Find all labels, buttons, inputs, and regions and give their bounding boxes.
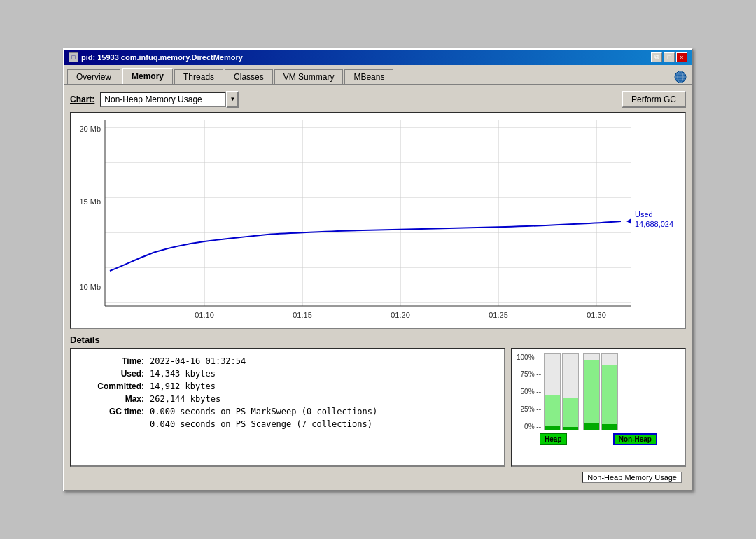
bar-chart-y-axis: 100% -- 75% -- 50% -- 25% -- 0% -- — [517, 354, 541, 430]
tab-bar-right — [673, 70, 687, 84]
svg-text:20 Mb: 20 Mb — [79, 125, 101, 133]
non-heap-bar-group — [583, 354, 618, 430]
bar-chart-box: 100% -- 75% -- 50% -- 25% -- 0% -- — [511, 348, 686, 467]
non-heap-bar-1-light — [584, 360, 599, 424]
svg-text:15 Mb: 15 Mb — [79, 197, 101, 206]
non-heap-bar-2-light — [602, 365, 617, 424]
bar-label-row: Heap Non-Heap — [517, 433, 680, 445]
heap-bar-1 — [544, 354, 561, 430]
chart-dropdown[interactable]: Non-Heap Memory Usage Heap Memory Usage — [100, 92, 226, 107]
heap-bar-1-dark — [545, 426, 560, 430]
svg-marker-26 — [626, 218, 631, 224]
detail-key-gctime: GC time: — [81, 407, 144, 416]
svg-text:10 Mb: 10 Mb — [79, 283, 101, 291]
non-heap-bar-1-dark — [584, 424, 599, 430]
detail-key-used: Used: — [81, 369, 144, 379]
bars-container — [544, 354, 618, 430]
content-area: Chart: Non-Heap Memory Usage Heap Memory… — [64, 85, 692, 490]
detail-val-gctime2: 0.040 seconds on PS Scavenge (7 collecti… — [150, 419, 372, 429]
detail-key-time: Time: — [81, 356, 144, 366]
tab-classes[interactable]: Classes — [225, 69, 273, 84]
status-bar: Non-Heap Memory Usage — [70, 470, 686, 484]
chart-label: Chart: — [70, 94, 94, 104]
heap-bar-1-light — [545, 396, 560, 426]
bar-chart-inner: 100% -- 75% -- 50% -- 25% -- 0% -- — [517, 354, 680, 430]
svg-text:01:25: 01:25 — [489, 311, 508, 319]
svg-text:01:20: 01:20 — [391, 311, 410, 319]
y-label-50: 50% -- — [521, 388, 541, 396]
tab-vm-summary[interactable]: VM Summary — [274, 69, 344, 84]
status-text: Non-Heap Memory Usage — [582, 472, 682, 483]
detail-row-committed: Committed: 14,912 kbytes — [81, 382, 494, 391]
detail-val-max: 262,144 kbytes — [150, 394, 220, 404]
restore-button[interactable]: ⧉ — [651, 52, 662, 62]
non-heap-label-button[interactable]: Non-Heap — [613, 433, 657, 445]
non-heap-bar-2 — [601, 354, 618, 430]
detail-val-gctime1: 0.000 seconds on PS MarkSweep (0 collect… — [150, 407, 377, 416]
svg-text:01:10: 01:10 — [195, 311, 214, 319]
details-content: Time: 2022-04-16 01:32:54 Used: 14,343 k… — [70, 348, 686, 467]
memory-chart-svg: 20 Mb 15 Mb 10 Mb — [71, 113, 685, 328]
title-buttons: ⧉ □ × — [651, 52, 687, 62]
non-heap-bar-2-dark — [602, 424, 617, 430]
dropdown-arrow[interactable]: ▼ — [226, 91, 239, 108]
heap-bar-2 — [562, 354, 579, 430]
chart-area: 20 Mb 15 Mb 10 Mb — [70, 112, 686, 329]
detail-row-used: Used: 14,343 kbytes — [81, 369, 494, 379]
detail-val-committed: 14,912 kbytes — [150, 382, 216, 391]
svg-text:Used: Used — [635, 210, 653, 218]
details-title: Details — [70, 335, 686, 345]
chart-selector-group: Chart: Non-Heap Memory Usage Heap Memory… — [70, 91, 239, 108]
details-section: Details Time: 2022-04-16 01:32:54 Used: … — [70, 335, 686, 467]
heap-bar-2-dark — [563, 427, 578, 430]
detail-row-gctime1: GC time: 0.000 seconds on PS MarkSweep (… — [81, 407, 494, 416]
earth-icon — [673, 70, 687, 84]
non-heap-bar-1 — [583, 354, 600, 430]
heap-bar-group — [544, 354, 579, 430]
title-bar-left: □ pid: 15933 com.infuq.memory.DirectMemo… — [69, 52, 243, 62]
svg-text:14,688,024: 14,688,024 — [635, 220, 673, 228]
y-label-100: 100% -- — [517, 354, 541, 361]
tab-mbeans[interactable]: MBeans — [344, 69, 393, 84]
y-label-0: 0% -- — [524, 423, 541, 430]
y-label-25: 25% -- — [521, 405, 541, 413]
svg-text:01:15: 01:15 — [293, 311, 312, 319]
main-window: □ pid: 15933 com.infuq.memory.DirectMemo… — [63, 48, 693, 491]
detail-val-used: 14,343 kbytes — [150, 369, 216, 379]
chart-controls: Chart: Non-Heap Memory Usage Heap Memory… — [70, 91, 686, 108]
detail-row-time: Time: 2022-04-16 01:32:54 — [81, 356, 494, 366]
tab-memory[interactable]: Memory — [122, 68, 173, 84]
detail-val-time: 2022-04-16 01:32:54 — [150, 356, 246, 366]
detail-key-committed: Committed: — [81, 382, 144, 391]
window-icon: □ — [69, 52, 78, 62]
details-text-box: Time: 2022-04-16 01:32:54 Used: 14,343 k… — [70, 348, 505, 467]
tab-threads[interactable]: Threads — [174, 69, 223, 84]
svg-text:01:30: 01:30 — [587, 311, 606, 319]
heap-label-button[interactable]: Heap — [540, 433, 566, 445]
window-title: pid: 15933 com.infuq.memory.DirectMemory — [81, 53, 243, 62]
tab-overview[interactable]: Overview — [67, 69, 120, 84]
detail-key-gctime2 — [81, 419, 144, 429]
close-button[interactable]: × — [676, 52, 687, 62]
y-label-75: 75% -- — [521, 370, 541, 378]
detail-row-gctime2: 0.040 seconds on PS Scavenge (7 collecti… — [81, 419, 494, 429]
tab-bar: Overview Memory Threads Classes VM Summa… — [64, 65, 692, 85]
title-bar: □ pid: 15933 com.infuq.memory.DirectMemo… — [64, 50, 692, 65]
maximize-button[interactable]: □ — [664, 52, 675, 62]
detail-key-max: Max: — [81, 394, 144, 404]
detail-row-max: Max: 262,144 kbytes — [81, 394, 494, 404]
chart-select-wrapper: Non-Heap Memory Usage Heap Memory Usage … — [100, 91, 239, 108]
perform-gc-button[interactable]: Perform GC — [622, 91, 686, 108]
heap-bar-2-light — [563, 398, 578, 427]
